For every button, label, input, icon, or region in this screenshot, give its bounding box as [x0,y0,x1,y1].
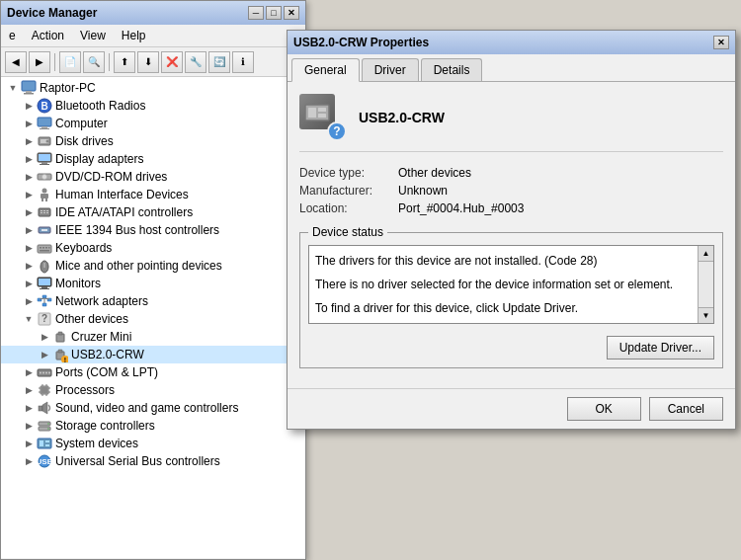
toolbar-btn-6[interactable]: 🔧 [185,51,206,73]
tree-item-ports[interactable]: ▶ Ports (COM & LPT) [1,363,305,381]
icon-usb [52,329,68,345]
expander-dvd[interactable]: ▶ [21,169,37,185]
expander-keyboard[interactable]: ▶ [21,240,37,256]
expander-sound[interactable]: ▶ [21,400,37,416]
menu-bar: e Action View Help [1,25,305,47]
svg-rect-40 [41,286,47,288]
tree-label-display: Display adapters [55,152,143,166]
tree-item-computer[interactable]: ▶ Computer [1,115,305,132]
icon-keyboard [37,240,52,256]
close-button[interactable]: ✕ [284,6,299,20]
icon-dvd [37,169,52,185]
tree-item-human-interface[interactable]: ▶ Human Interface Devices [1,186,305,203]
expander-monitors[interactable]: ▶ [21,276,37,291]
tree-item-display[interactable]: ▶ Display adapters [1,150,305,168]
expander-human[interactable]: ▶ [21,187,37,202]
icon-ieee [37,222,52,238]
svg-rect-25 [41,212,42,213]
tree-label-sound: Sound, video and game controllers [55,401,238,415]
tree-item-bluetooth[interactable]: ▶ B Bluetooth Radios [1,97,305,115]
location-value: Port_#0004.Hub_#0003 [398,201,524,215]
tab-details[interactable]: Details [421,58,483,81]
expander-other[interactable]: ▼ [21,311,37,327]
tree-item-processors[interactable]: ▶ Processors [1,381,305,399]
icon-other: ? [37,311,52,327]
expander-ports[interactable]: ▶ [21,364,37,380]
tree-item-system[interactable]: ▶ System devices [1,435,305,452]
tree-item-cruzer[interactable]: ▶ Cruzer Mini [1,328,305,346]
toolbar-btn-3[interactable]: ⬆ [114,51,135,73]
ok-button[interactable]: OK [567,397,641,421]
tree-item-keyboard[interactable]: ▶ Keyboards [1,239,305,257]
menu-file[interactable]: e [1,27,24,44]
toolbar-properties[interactable]: 📄 [59,51,81,73]
expander-disk-drives[interactable]: ▶ [21,133,37,149]
manufacturer-label: Manufacturer: [299,184,398,198]
maximize-button[interactable]: □ [266,6,282,20]
expander-ide[interactable]: ▶ [21,204,37,220]
expander-computer[interactable]: ▶ [21,116,37,131]
tree-item-raptor-pc[interactable]: ▼ Raptor-PC [1,79,305,97]
svg-text:!: ! [64,357,66,362]
tree-label-ieee: IEEE 1394 Bus host controllers [55,223,219,237]
expander-network[interactable]: ▶ [21,293,37,309]
toolbar-btn-5[interactable]: ❌ [161,51,183,73]
expander-cruzer[interactable]: ▶ [37,329,52,345]
expander-storage[interactable]: ▶ [21,418,37,434]
svg-point-61 [48,372,50,374]
svg-rect-31 [40,247,41,249]
device-tree[interactable]: ▼ Raptor-PC ▶ B Bluetooth Radios [1,77,305,558]
tree-item-dvd[interactable]: ▶ DVD/CD-ROM drives [1,168,305,186]
expander-processors[interactable]: ▶ [21,382,37,398]
tree-item-network[interactable]: ▶ Network adapters [1,292,305,310]
expander-usb-ctrl[interactable]: ▶ [21,453,37,469]
toolbar-scan[interactable]: 🔍 [83,51,105,73]
expander-system[interactable]: ▶ [21,436,37,451]
tab-general[interactable]: General [291,58,360,82]
tree-item-usb-ctrl[interactable]: ▶ USB Universal Serial Bus controllers [1,452,305,470]
expander-bluetooth[interactable]: ▶ [21,98,37,114]
icon-display [37,151,52,167]
tree-item-monitors[interactable]: ▶ Monitors [1,275,305,292]
tree-item-ide[interactable]: ▶ IDE ATA/ATAPI controllers [1,203,305,221]
toolbar-btn-7[interactable]: 🔄 [208,51,230,73]
toolbar-btn-8[interactable]: ℹ [232,51,254,73]
cancel-button[interactable]: Cancel [649,397,723,421]
expander-display[interactable]: ▶ [21,151,37,167]
toolbar-btn-4[interactable]: ⬇ [137,51,159,73]
manufacturer-row: Manufacturer: Unknown [299,184,723,198]
svg-rect-87 [318,114,326,118]
svg-point-77 [47,428,49,430]
expander-ieee[interactable]: ▶ [21,222,37,238]
scroll-up-btn[interactable]: ▲ [699,246,714,262]
tab-driver[interactable]: Driver [362,58,419,81]
toolbar-forward[interactable]: ▶ [29,51,50,73]
svg-rect-23 [43,210,45,211]
svg-rect-20 [45,199,47,201]
menu-help[interactable]: Help [114,27,154,44]
svg-rect-81 [45,444,49,446]
dialog-close-button[interactable]: ✕ [713,36,729,49]
tree-label-processors: Processors [55,383,115,397]
icon-system [37,436,52,451]
expander-mice[interactable]: ▶ [21,258,37,274]
menu-view[interactable]: View [72,27,114,44]
tree-item-other-devices[interactable]: ▼ ? Other devices [1,310,305,328]
tree-item-mice[interactable]: ▶ Mice and other pointing devices [1,257,305,275]
minimize-button[interactable]: ─ [248,6,264,20]
tree-item-ieee[interactable]: ▶ IEEE 1394 Bus host controllers [1,221,305,239]
menu-action[interactable]: Action [24,27,72,44]
svg-rect-12 [39,154,50,161]
properties-dialog: USB2.0-CRW Properties ✕ General Driver D… [287,30,736,430]
device-name-header: USB2.0-CRW [359,110,445,125]
update-driver-button[interactable]: Update Driver... [607,336,714,360]
status-scrollbar[interactable]: ▲ ▼ [698,246,713,323]
tree-item-sound[interactable]: ▶ Sound, video and game controllers [1,399,305,417]
tree-item-usb2-crw[interactable]: ▶ ! USB2.0-CRW [1,346,305,363]
tree-item-disk-drives[interactable]: ▶ Disk drives [1,132,305,150]
expander-raptor-pc[interactable]: ▼ [5,80,21,96]
expander-usb2[interactable]: ▶ [37,347,52,362]
tree-item-storage[interactable]: ▶ Storage controllers [1,417,305,435]
toolbar-back[interactable]: ◀ [5,51,27,73]
scroll-down-btn[interactable]: ▼ [699,307,714,323]
